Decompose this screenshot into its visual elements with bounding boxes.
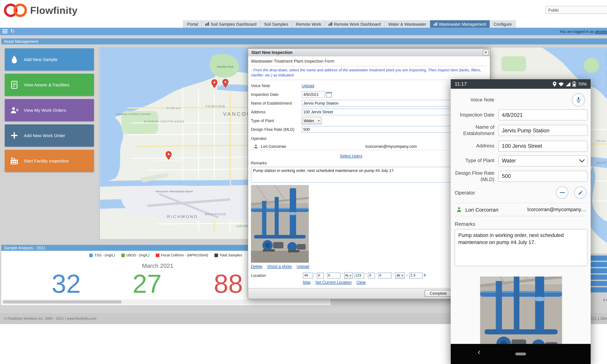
- tab-configure[interactable]: Configure: [490, 20, 516, 28]
- plant-type-select[interactable]: Water ▾: [302, 117, 321, 125]
- add-new-sample-button[interactable]: Add New Sample: [5, 48, 94, 70]
- copyright-text: © Flowfinity Wireless Inc. 2000 - 2021 |…: [4, 313, 96, 324]
- inspection-date-input[interactable]: 4/8/2021: [498, 109, 587, 120]
- environment-dropdown[interactable]: Public ▾: [545, 6, 607, 14]
- lon-hemisphere-select[interactable]: W▾: [395, 272, 405, 279]
- back-icon[interactable]: ‹: [478, 347, 480, 356]
- clipboard-icon: [5, 80, 24, 90]
- legend-swatch: [156, 253, 159, 257]
- edit-operator-button[interactable]: [574, 186, 587, 199]
- tss-value: 32: [35, 271, 98, 297]
- degree-symbol: °: [366, 273, 367, 276]
- dialog-title-bar[interactable]: Start New Inspection ×: [248, 49, 490, 56]
- user-link[interactable]: alexdev/alex: [595, 29, 607, 34]
- phone-form: Voice Note Inspection Date 4/8/2021 Name…: [451, 89, 591, 344]
- clear-location-link[interactable]: Clear: [356, 280, 366, 284]
- plus-icon: [5, 131, 24, 140]
- refresh-icon[interactable]: ↻: [10, 28, 15, 34]
- establishment-input[interactable]: Jervis Pump Station: [498, 125, 587, 136]
- map-label-128ave: 128 Ave: [596, 139, 606, 143]
- remarks-label: Remarks: [455, 221, 587, 227]
- altitude-input[interactable]: 2.3: [409, 273, 422, 278]
- home-pill[interactable]: [515, 353, 526, 355]
- lon-sec-input[interactable]: 0: [378, 273, 392, 278]
- map-label-airport: Vancouver International Airport: [155, 190, 193, 193]
- inspection-photo[interactable]: [251, 185, 309, 262]
- start-facility-inspection-button[interactable]: Start Facility Inspection: [5, 150, 94, 172]
- remarks-textarea[interactable]: Pump station in working order, next sche…: [251, 167, 452, 182]
- complete-button[interactable]: Complete: [425, 290, 452, 297]
- address-input[interactable]: 100 Jervis Street: [498, 141, 587, 152]
- view-my-work-orders-button[interactable]: View My Work Orders: [5, 99, 94, 121]
- asset-management-header: Asset Management: [1, 39, 607, 44]
- voice-note-label: Voice Note: [455, 97, 494, 103]
- set-current-location-link[interactable]: Set Current Location: [315, 280, 352, 284]
- flow-rate-input[interactable]: 500: [498, 171, 587, 182]
- tab-remote-work[interactable]: Remote Work: [292, 20, 325, 28]
- records-count: 4 records: [603, 298, 607, 302]
- location-map-link[interactable]: Map: [303, 280, 311, 284]
- tab-soil-samples-dashboard[interactable]: Soil Samples Dashboard: [202, 20, 260, 28]
- close-icon[interactable]: ×: [483, 50, 489, 55]
- minute-symbol: ′: [376, 273, 377, 276]
- chart-icon: [434, 22, 437, 26]
- second-symbol: ″: [342, 273, 343, 276]
- legend-item: Total Samples: [214, 253, 242, 257]
- upload-photo-link[interactable]: Upload: [297, 264, 309, 269]
- tab-remote-work-dashboard[interactable]: Remote Work Dashboard: [325, 20, 385, 28]
- lat-hemisphere-select[interactable]: N▾: [344, 272, 353, 279]
- tab-portal[interactable]: Portal: [183, 20, 202, 28]
- person-icon: [253, 144, 258, 149]
- remarks-label: Remarks: [251, 161, 302, 165]
- lon-min-input[interactable]: 0: [368, 273, 375, 278]
- remove-operator-button[interactable]: [556, 186, 568, 199]
- inspection-date-input[interactable]: 4/8/2021: [302, 91, 325, 98]
- phone-operator-row[interactable]: Lori Corcorran lcorcorran@mycompany....: [455, 203, 587, 216]
- person-icon: [456, 206, 462, 213]
- menu-icon[interactable]: [2, 29, 8, 33]
- brand-name: Flowfinity: [30, 5, 78, 16]
- secondary-toolbar: ↻ You are logged in as alexdev/alex ▾: [0, 28, 607, 35]
- chevron-down-icon: [579, 157, 585, 162]
- battery-percent: 70%: [578, 82, 587, 86]
- second-symbol: ″: [393, 273, 394, 276]
- lat-min-input[interactable]: 0: [317, 273, 324, 278]
- factory-icon: [5, 156, 24, 166]
- address-input[interactable]: 100 Jervis Street: [302, 109, 469, 115]
- cbod-value: 27: [115, 271, 179, 297]
- lat-sec-input[interactable]: 0: [327, 273, 340, 278]
- map-label-w10th: W 10th Ave: [166, 106, 180, 110]
- plant-type-select[interactable]: Water: [498, 155, 587, 166]
- map-label-richmond: RICHMOND: [167, 215, 198, 219]
- chevron-down-icon: ▾: [350, 273, 351, 277]
- legend-item: Fecal Coliform - (MPN/100ml): [156, 253, 208, 257]
- scrollbar-thumb[interactable]: [3, 300, 122, 303]
- view-assets-facilities-button[interactable]: View Assets & Facilities: [5, 74, 94, 96]
- establishment-input[interactable]: Jervis Pump Station: [302, 100, 469, 107]
- calendar-icon[interactable]: [326, 92, 332, 97]
- map-label-iona: Iona Beach Regional Park: [150, 159, 180, 162]
- shoot-photo-link[interactable]: Shoot a photo: [267, 264, 292, 269]
- operator-email: lcorcorran@mycompany.com: [366, 144, 417, 148]
- operator-name: Lori Corcorran: [465, 207, 498, 213]
- horizontal-scrollbar[interactable]: [2, 299, 329, 304]
- legend-item: cBOD - (mg/L): [121, 253, 149, 257]
- lon-deg-input[interactable]: 123: [354, 273, 364, 278]
- location-label: Location: [251, 273, 302, 278]
- add-new-work-order-button[interactable]: Add New Work Order: [5, 124, 94, 147]
- tab-soil-samples[interactable]: Soil Samples: [260, 20, 292, 28]
- select-users-link[interactable]: Select Users: [340, 154, 362, 158]
- record-voice-button[interactable]: [572, 93, 585, 106]
- flow-rate-input[interactable]: 500: [302, 126, 469, 133]
- upload-voice-note-link[interactable]: Upload: [302, 84, 314, 88]
- tab-wastewater-management[interactable]: Wastewater Management: [430, 20, 490, 28]
- lat-deg-input[interactable]: 49: [303, 273, 313, 278]
- tab-water-wastewater[interactable]: Water & Wastewater: [385, 20, 430, 28]
- phone-status-bar: 11:17 70%: [451, 79, 591, 89]
- map-label-maple-ridge: MAPLE RIDGE: [596, 161, 607, 165]
- remarks-textarea[interactable]: Pump station in working order, next sche…: [455, 229, 587, 266]
- pencil-icon: [578, 190, 583, 195]
- delete-photo-link[interactable]: Delete: [251, 264, 262, 269]
- operator-row[interactable]: Lori Corcorran lcorcorran@mycompany.com: [251, 143, 451, 150]
- inspection-photo[interactable]: [480, 276, 562, 344]
